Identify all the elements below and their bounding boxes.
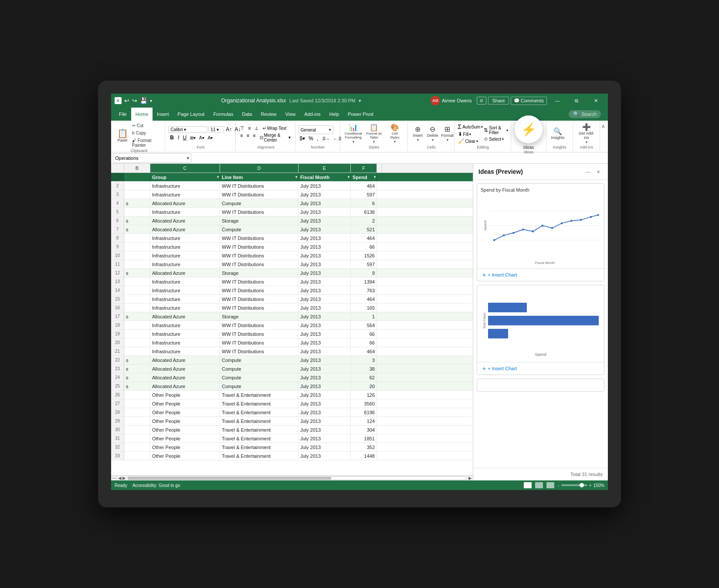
table-row[interactable]: 14InfrastructureWW IT DistributionsJuly … (111, 286, 473, 295)
table-row[interactable]: 7sAllocated AzureComputeJuly 2013521 (111, 225, 473, 234)
col-header-c[interactable]: C (150, 164, 220, 172)
table-row[interactable]: 15InfrastructureWW IT DistributionsJuly … (111, 295, 473, 304)
align-left-btn[interactable]: ≡ (239, 132, 244, 143)
number-format-dropdown[interactable]: General ▾ (298, 125, 333, 134)
merge-center-btn[interactable]: ⊡ Merge & Center ▾ (258, 132, 292, 143)
table-row[interactable]: 8InfrastructureWW IT DistributionsJuly 2… (111, 234, 473, 243)
format-as-table-btn[interactable]: 📋 Format as Table ▾ (364, 123, 384, 145)
font-name-dropdown[interactable]: Calibri ▾ (168, 126, 207, 133)
paste-btn[interactable]: 📋 Paste (115, 128, 129, 143)
get-addins-btn[interactable]: ➕ Get Add-ins ▾ (576, 123, 597, 145)
restore-btn[interactable]: ⧉ (568, 94, 585, 108)
delete-arrow[interactable]: ▾ (432, 138, 434, 142)
table-row[interactable]: 2InfrastructureWW IT DistributionsJuly 2… (111, 182, 473, 190)
table-row[interactable]: 26Other PeopleTravel & EntertainmentJuly… (111, 391, 473, 399)
table-row[interactable]: 24sAllocated AzureComputeJuly 201362 (111, 373, 473, 382)
page-break-view-btn[interactable] (546, 482, 554, 488)
select-arrow[interactable]: ▾ (502, 137, 504, 141)
scroll-right-btn[interactable]: ▶ (122, 476, 126, 480)
operations-dropdown[interactable]: Operations ▾ (113, 153, 191, 163)
fill-arrow[interactable]: ▾ (469, 132, 471, 136)
cell-styles-btn[interactable]: 🎨 Cell Styles ▾ (385, 123, 405, 145)
insert-chart-1-btn[interactable]: + + Insert Chart (477, 268, 604, 281)
format-cells-btn[interactable]: ⊞ Format ▾ (441, 125, 454, 143)
insert-arrow[interactable]: ▾ (417, 138, 419, 142)
ideas-pin-btn[interactable]: — (583, 167, 592, 176)
fill-color-btn[interactable]: A▾ (198, 135, 206, 141)
user-avatar[interactable]: AO (431, 96, 440, 105)
share-button[interactable]: Share (488, 97, 509, 105)
copy-btn[interactable]: ⎘ Copy (130, 130, 162, 136)
ribbon-display-btn[interactable]: ⊟ (477, 97, 486, 105)
underline-btn[interactable]: U (181, 134, 188, 141)
table-row[interactable]: 32Other PeopleTravel & EntertainmentJuly… (111, 443, 473, 452)
table-row[interactable]: 20InfrastructureWW IT DistributionsJuly … (111, 338, 473, 347)
tab-page-layout[interactable]: Page Layout (173, 108, 209, 121)
tab-insert[interactable]: Insert (153, 108, 173, 121)
conditional-formatting-btn[interactable]: 📊 Conditional Formatting ▾ (343, 123, 363, 145)
addins-arrow[interactable]: ▾ (586, 140, 587, 144)
bold-btn[interactable]: B (168, 134, 176, 142)
table-row[interactable]: 3InfrastructureWW IT DistributionsJuly 2… (111, 190, 473, 199)
format-table-arrow[interactable]: ▾ (373, 140, 375, 144)
comments-button[interactable]: 💬 Comments (511, 97, 547, 105)
col-header-e[interactable]: E (298, 164, 351, 172)
table-row[interactable]: 4sAllocated AzureComputeJuly 20136 (111, 199, 473, 208)
table-row[interactable]: 30Other PeopleTravel & EntertainmentJuly… (111, 426, 473, 434)
align-middle-btn[interactable]: ≡ (247, 125, 252, 132)
cell-styles-arrow[interactable]: ▾ (394, 140, 396, 144)
sort-arrow[interactable]: ▾ (506, 128, 508, 132)
search-box[interactable]: 🔍 Search (569, 110, 601, 118)
group-filter-arrow[interactable]: ▾ (217, 175, 219, 179)
table-row[interactable]: 29Other PeopleTravel & EntertainmentJuly… (111, 417, 473, 426)
tab-review[interactable]: Review (256, 108, 281, 121)
wrap-text-btn[interactable]: ↵ Wrap Text (261, 125, 288, 132)
zoom-minus[interactable]: - (558, 483, 559, 488)
ideas-close-btn[interactable]: ✕ (594, 167, 603, 176)
table-row[interactable]: 25sAllocated AzureComputeJuly 201320 (111, 382, 473, 391)
italic-btn[interactable]: I (176, 134, 180, 141)
merge-dropdown-icon[interactable]: ▾ (288, 135, 291, 140)
tab-help[interactable]: Help (325, 108, 344, 121)
currency-btn[interactable]: $▾ (298, 135, 307, 142)
increase-font-btn[interactable]: A↑ (225, 126, 233, 133)
format-arrow[interactable]: ▾ (447, 138, 448, 142)
insights-btn[interactable]: 🔍 Insights (549, 127, 566, 141)
delete-btn[interactable]: ⊖ Delete ▾ (426, 125, 440, 143)
zoom-plus[interactable]: + (589, 483, 592, 488)
increase-decimal-btn[interactable]: .0→ (320, 136, 331, 142)
h-scrollbar[interactable] (128, 476, 467, 480)
table-row[interactable]: 23sAllocated AzureComputeJuly 201338 (111, 365, 473, 373)
table-row[interactable]: 28Other PeopleTravel & EntertainmentJuly… (111, 408, 473, 417)
table-row[interactable]: 9InfrastructureWW IT DistributionsJuly 2… (111, 243, 473, 251)
tab-data[interactable]: Data (237, 108, 256, 121)
table-row[interactable]: 22sAllocated AzureComputeJuly 20133 (111, 356, 473, 365)
col-header-d[interactable]: D (220, 164, 298, 172)
redo-btn[interactable]: ↪ (132, 97, 137, 104)
table-row[interactable]: 16InfrastructureWW IT DistributionsJuly … (111, 304, 473, 312)
cut-btn[interactable]: ✂ Cut (130, 122, 162, 129)
table-row[interactable]: 21InfrastructureWW IT DistributionsJuly … (111, 347, 473, 356)
tab-formulas[interactable]: Formulas (209, 108, 237, 121)
table-row[interactable]: 5InfrastructureWW IT DistributionsJuly 2… (111, 208, 473, 216)
autosum-arrow[interactable]: ▾ (481, 125, 483, 129)
align-bottom-btn[interactable]: ⊥ (253, 125, 260, 132)
align-center-btn[interactable]: ≡ (245, 132, 251, 143)
undo-btn[interactable]: ↩ (124, 97, 129, 104)
collapse-ribbon-btn[interactable]: ∧ (600, 122, 606, 151)
border-btn[interactable]: ⊞▾ (189, 135, 197, 141)
table-row[interactable]: 19InfrastructureWW IT DistributionsJuly … (111, 330, 473, 338)
comma-btn[interactable]: , (315, 135, 319, 142)
minimize-btn[interactable]: — (549, 94, 566, 108)
table-row[interactable]: 11InfrastructureWW IT DistributionsJuly … (111, 260, 473, 269)
font-color-btn[interactable]: A▾ (207, 135, 214, 141)
page-layout-view-btn[interactable] (535, 482, 543, 488)
tab-view[interactable]: View (281, 108, 300, 121)
close-btn[interactable]: ✕ (587, 94, 604, 108)
table-row[interactable]: 31Other PeopleTravel & EntertainmentJuly… (111, 434, 473, 443)
insert-chart-2-btn[interactable]: + + Insert Chart (477, 362, 604, 375)
sheet-tab-menu[interactable]: ⋯ (112, 475, 117, 481)
col-header-b[interactable]: B (124, 164, 150, 172)
zoom-slider-track[interactable] (561, 484, 587, 486)
spend-filter-arrow[interactable]: ▾ (374, 175, 376, 179)
